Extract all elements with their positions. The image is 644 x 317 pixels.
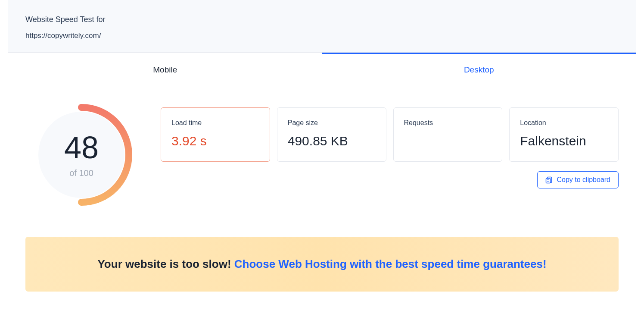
tab-mobile-label: Mobile <box>153 65 177 74</box>
card-load-time-value: 3.92 s <box>171 134 259 148</box>
header: Website Speed Test for https://copywrite… <box>8 0 636 53</box>
score-value: 48 <box>64 132 99 163</box>
svg-rect-1 <box>546 179 551 183</box>
tab-desktop[interactable]: Desktop <box>322 53 636 86</box>
card-location-value: Falkenstein <box>520 134 608 148</box>
page-title: Website Speed Test for <box>25 14 619 25</box>
card-location-label: Location <box>520 119 608 127</box>
score-gauge: 48 of 100 <box>25 99 137 211</box>
banner-cta-link[interactable]: Choose Web Hosting with the best speed t… <box>234 257 547 270</box>
card-requests-label: Requests <box>404 119 492 127</box>
device-tabs: Mobile Desktop <box>8 53 636 86</box>
card-page-size-label: Page size <box>288 119 376 127</box>
card-load-time: Load time 3.92 s <box>161 107 270 162</box>
card-location: Location Falkenstein <box>509 107 619 162</box>
score-denominator: of 100 <box>69 168 93 178</box>
tested-url: https://copywritely.com/ <box>25 31 619 40</box>
copy-to-clipboard-button[interactable]: Copy to clipboard <box>537 171 619 188</box>
clipboard-icon <box>545 176 552 184</box>
card-page-size: Page size 490.85 KB <box>277 107 386 162</box>
card-page-size-value: 490.85 KB <box>288 134 376 148</box>
copy-button-label: Copy to clipboard <box>557 176 610 184</box>
banner-text-plain: Your website is too slow! <box>97 257 234 270</box>
card-requests: Requests <box>393 107 503 162</box>
speed-warning-banner: Your website is too slow! Choose Web Hos… <box>25 237 619 292</box>
card-load-time-label: Load time <box>171 119 259 127</box>
tab-mobile[interactable]: Mobile <box>8 53 322 86</box>
tab-desktop-label: Desktop <box>464 65 494 74</box>
